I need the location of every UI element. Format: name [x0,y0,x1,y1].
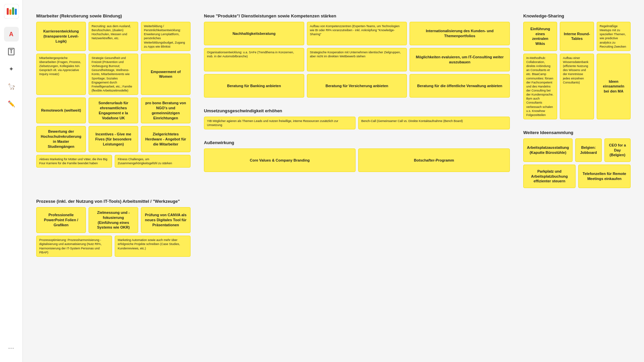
section-prozesse: Prozesse (inkl. der Nutzung von IT-Tools… [36,199,191,259]
card-orgentwicklung[interactable]: Organisationsentwicklung: u.a. SAFe (Tre… [204,48,304,71]
sidebar-item-text[interactable]: T [4,44,19,59]
section-prozesse-title: Prozesse (inkl. der Nutzung von IT-Tools… [36,199,191,204]
main-canvas: Mitarbeiter (Rekrutierung sowie Bindung)… [23,0,644,362]
card-sonderurlaub[interactable]: Sonderurlaub für ehrenamtliches Engageme… [89,98,138,123]
card-zielmessung[interactable]: Zielmessung und - fokusierung (Einführun… [89,207,138,233]
card-yib[interactable]: YIB Möglicher agieren als Themen Leads u… [204,117,356,129]
sidebar-item-shapes[interactable]: ✦ [4,62,19,76]
section-right: Knowledge-Sharing Einführung eines zentr… [523,13,631,199]
section-umsetzung: Umsetzungsgeschwindigkeit erhöhen YIB Mö… [204,108,510,129]
card-hardware[interactable]: Zielgerichtetes Herdware - Angebot für d… [141,126,191,152]
app-logo[interactable] [4,4,19,19]
card-it-consulting[interactable]: Möglichkeiten evaluieren, um IT-Consulti… [410,48,510,71]
card-canva[interactable]: Prüfung von CANVA als neues Digitales To… [141,207,191,233]
card-weiterbildung[interactable]: Weiterbildung / Persönlichkeitsentwicklu… [141,22,191,51]
card-parkplatz[interactable]: Parkplatz und Arbeitsplatzbuchung effizi… [523,165,576,188]
sidebar-item-more[interactable]: ··· [4,341,19,355]
section-weitere-ideen-title: Weitere Ideensammlung [523,130,631,135]
sidebar-item-animal[interactable]: 🦙 [4,79,19,94]
card-empowerment[interactable]: Empowerment of Women [141,54,191,95]
card-ma-gespraeche[interactable]: Mitarbeitergespräche überarbeiten (Frage… [36,54,86,95]
card-ideen-ma[interactable]: Ideen einsammeln bei den MA [597,54,631,119]
section-neue-produkte: Neue "Produkte"/ Dienstleistungen sowie … [204,13,510,98]
card-remotework[interactable]: Remotework (weltweit) [36,98,86,123]
sidebar-item-pen[interactable]: ✏️ [4,97,19,111]
card-recruiting[interactable]: Recruiting: aus dem Ausland, Berufsschul… [89,22,138,51]
card-methodhub[interactable]: In-Methodhub: Collaboration, direkte Anb… [523,54,557,119]
card-karriere[interactable]: Karriereentwicklung (transparente Level-… [36,22,86,51]
card-round-tables[interactable]: Interne Round-Tables [560,22,594,51]
card-powerpoint[interactable]: Professionelle PowerPoint Folien / Grafi… [36,207,86,233]
section-neue-produkte-title: Neue "Produkte"/ Dienstleistungen sowie … [204,13,510,18]
card-fitness[interactable]: Fitness Challenges, um Zusammengehörigke… [115,155,191,168]
card-wiki[interactable]: Einführung eines zentralen Wikis [523,22,557,51]
card-kooperation[interactable]: Strategische Kooperation mit Unternehmen… [307,48,407,71]
card-banking[interactable]: Beratung für Banking anbieten [204,74,304,98]
section-knowledge-title: Knowledge-Sharing [523,13,631,18]
section-weitere-ideen: Weitere Ideensammlung Arbeitsplatzaussta… [523,130,631,188]
sidebar: A T ✦ 🦙 ✏️ ··· [0,0,23,362]
card-bench-call[interactable]: Bench-Call (Gemeinsamer Call vs. Direkte… [358,117,510,129]
svg-rect-4 [15,9,17,15]
svg-rect-2 [9,9,11,15]
card-belgien-jobboard[interactable]: Belgien: Jobboard [575,138,601,162]
card-kompetenzzentren[interactable]: Aufbau von Kompetenzzentren (Experten-Te… [307,22,407,45]
card-botschafter[interactable]: Botschafter-Programm [358,148,510,172]
card-marketing-automation[interactable]: Marketing Automation sowie auch mehr übe… [115,236,191,257]
section-aussenwirkung-title: Außenwirkung [204,140,510,145]
card-ceo-day[interactable]: CEO for a Day (Belgien) [604,138,631,162]
section-mitarbeiter-title: Mitarbeiter (Rekrutierung sowie Bindung) [36,13,191,18]
section-umsetzung-title: Umsetzungsgeschwindigkeit erhöhen [204,108,510,113]
card-meetups[interactable]: Regelmäßige Meetups mit zu speziellen Th… [597,22,631,51]
svg-rect-1 [7,8,9,15]
card-incentives[interactable]: Incentives - Give me Fives (für besonder… [89,126,138,152]
card-core-values[interactable]: Core Values & Company Branding [204,148,356,172]
section-mitarbeiter: Mitarbeiter (Rekrutierung sowie Bindung)… [36,13,191,170]
card-internationalisierung[interactable]: Internationalisierung des Kunden- und Th… [410,22,510,45]
card-wissensdatenbank[interactable]: Aufbau einer Wissensdatenbank (effizient… [560,54,594,119]
card-verwaltung[interactable]: Beratung für die öffentliche Verwaltung … [410,74,510,98]
card-versicherung[interactable]: Beratung für Versicherung anbieten [307,74,407,98]
svg-rect-3 [12,7,14,15]
card-telefonzellen[interactable]: Telefonzellen für Remote Meetings einkau… [578,165,631,188]
sidebar-item-select[interactable]: A [4,27,19,42]
section-knowledge: Knowledge-Sharing Einführung eines zentr… [523,13,631,119]
section-aussenwirkung: Außenwirkung Core Values & Company Brand… [204,140,510,172]
card-muetter[interactable]: Aktives Marketing für Mütter und Väter, … [36,155,112,168]
card-nachhaltigkeit[interactable]: Nachhaltigkeitsberatung [204,22,304,45]
section-mid: Neue "Produkte"/ Dienstleistungen sowie … [204,13,510,183]
card-arbeitsplatz[interactable]: Arbeitsplatzausstattung (Kaputte Bürostü… [523,138,573,162]
card-gesundheit[interactable]: Strategie Gesundheit und Freizeit (Präve… [89,54,138,95]
card-probono[interactable]: pro bono Beratung von NGO's und gemeinnü… [141,98,191,123]
card-hochschul[interactable]: Bewertung der Hochschulrekrutierung in M… [36,126,86,152]
card-prozessoptimierung[interactable]: Prozessoptimierung: Prozessharmonisierun… [36,236,112,257]
